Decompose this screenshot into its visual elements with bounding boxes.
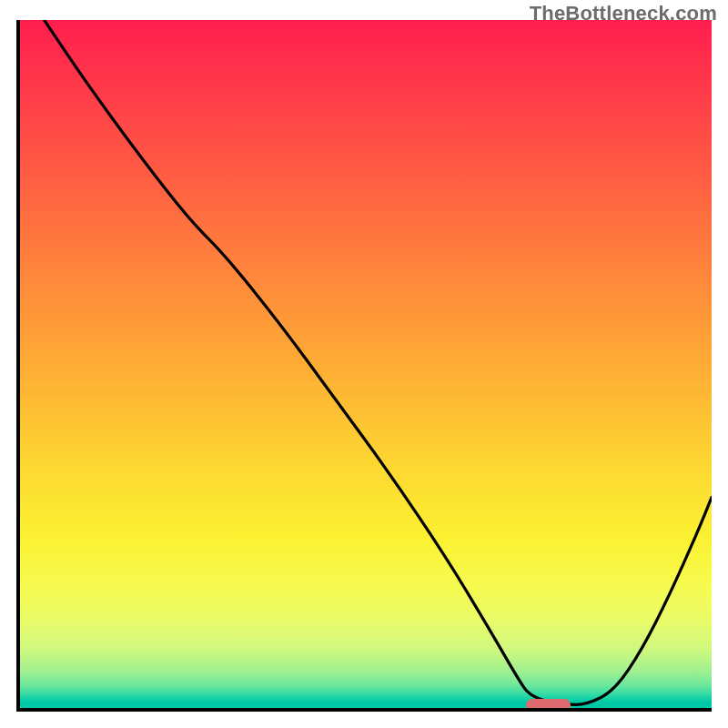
- chart-container: TheBottleneck.com: [0, 0, 728, 728]
- curve-svg: [16, 20, 712, 712]
- plot-area: [16, 20, 712, 712]
- bottleneck-curve-path: [45, 20, 712, 704]
- optimal-marker: [526, 699, 571, 712]
